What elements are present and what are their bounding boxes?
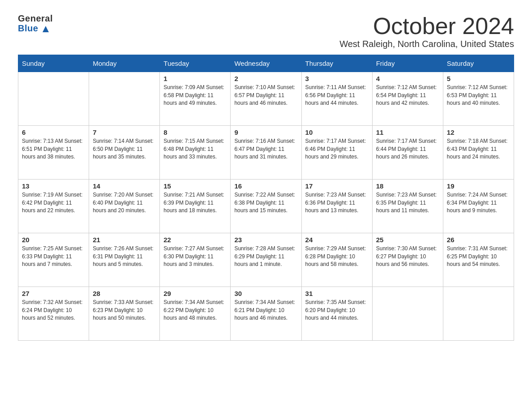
day-info: Sunrise: 7:15 AM Sunset: 6:48 PM Dayligh… [163,137,227,161]
day-number: 17 [305,182,369,190]
day-number: 21 [93,236,156,244]
calendar-week-row: 6Sunrise: 7:13 AM Sunset: 6:51 PM Daylig… [18,126,514,180]
calendar-cell: 15Sunrise: 7:21 AM Sunset: 6:39 PM Dayli… [160,180,231,233]
day-of-week-header: Wednesday [231,55,301,72]
day-of-week-header: Friday [372,55,443,72]
calendar-table: SundayMondayTuesdayWednesdayThursdayFrid… [18,55,514,341]
day-info: Sunrise: 7:28 AM Sunset: 6:29 PM Dayligh… [234,245,297,268]
day-number: 15 [163,182,227,190]
calendar-cell: 14Sunrise: 7:20 AM Sunset: 6:40 PM Dayli… [89,180,160,233]
calendar-cell: 11Sunrise: 7:17 AM Sunset: 6:44 PM Dayli… [372,126,443,180]
day-info: Sunrise: 7:12 AM Sunset: 6:53 PM Dayligh… [447,84,510,107]
day-info: Sunrise: 7:32 AM Sunset: 6:24 PM Dayligh… [22,299,85,322]
day-info: Sunrise: 7:33 AM Sunset: 6:23 PM Dayligh… [93,299,156,322]
day-number: 20 [22,236,85,244]
calendar-cell: 25Sunrise: 7:30 AM Sunset: 6:27 PM Dayli… [372,233,443,287]
day-of-week-header: Sunday [18,55,89,72]
days-of-week-row: SundayMondayTuesdayWednesdayThursdayFrid… [18,55,514,72]
month-title: October 2024 [339,13,514,39]
page-header: General Blue October 2024 West Raleigh, … [18,13,514,49]
day-number: 27 [22,290,85,297]
day-info: Sunrise: 7:31 AM Sunset: 6:25 PM Dayligh… [447,245,510,268]
calendar-cell: 26Sunrise: 7:31 AM Sunset: 6:25 PM Dayli… [443,233,514,287]
calendar-cell: 23Sunrise: 7:28 AM Sunset: 6:29 PM Dayli… [231,233,301,287]
calendar-cell: 10Sunrise: 7:17 AM Sunset: 6:46 PM Dayli… [301,126,372,180]
day-number: 3 [305,75,369,82]
calendar-cell: 17Sunrise: 7:23 AM Sunset: 6:36 PM Dayli… [301,180,372,233]
day-number: 4 [376,75,439,82]
day-info: Sunrise: 7:34 AM Sunset: 6:21 PM Dayligh… [234,299,297,322]
logo-triangle-icon [42,25,50,33]
day-number: 14 [93,182,156,190]
day-info: Sunrise: 7:27 AM Sunset: 6:30 PM Dayligh… [163,245,227,268]
calendar-cell: 12Sunrise: 7:18 AM Sunset: 6:43 PM Dayli… [443,126,514,180]
day-number: 24 [305,236,369,244]
day-of-week-header: Thursday [301,55,372,72]
day-number: 7 [93,128,156,136]
day-info: Sunrise: 7:23 AM Sunset: 6:35 PM Dayligh… [376,191,439,214]
calendar-week-row: 20Sunrise: 7:25 AM Sunset: 6:33 PM Dayli… [18,233,514,287]
calendar-cell: 19Sunrise: 7:24 AM Sunset: 6:34 PM Dayli… [443,180,514,233]
day-number: 2 [234,75,297,82]
day-of-week-header: Monday [89,55,160,72]
calendar-cell: 2Sunrise: 7:10 AM Sunset: 6:57 PM Daylig… [231,72,301,126]
calendar-cell: 1Sunrise: 7:09 AM Sunset: 6:58 PM Daylig… [160,72,231,126]
calendar-cell: 29Sunrise: 7:34 AM Sunset: 6:22 PM Dayli… [160,287,231,341]
day-number: 26 [447,236,510,244]
day-info: Sunrise: 7:26 AM Sunset: 6:31 PM Dayligh… [93,245,156,268]
svg-marker-0 [43,26,49,32]
day-info: Sunrise: 7:19 AM Sunset: 6:42 PM Dayligh… [22,191,85,214]
calendar-cell: 9Sunrise: 7:16 AM Sunset: 6:47 PM Daylig… [231,126,301,180]
day-info: Sunrise: 7:21 AM Sunset: 6:39 PM Dayligh… [163,191,227,214]
day-info: Sunrise: 7:22 AM Sunset: 6:38 PM Dayligh… [234,191,297,214]
calendar-cell: 13Sunrise: 7:19 AM Sunset: 6:42 PM Dayli… [18,180,89,233]
day-number: 11 [376,128,439,136]
day-number: 25 [376,236,439,244]
day-number: 16 [234,182,297,190]
calendar-cell [18,72,89,126]
day-info: Sunrise: 7:17 AM Sunset: 6:46 PM Dayligh… [305,137,369,161]
logo-blue-text: Blue [18,23,38,33]
day-number: 31 [305,290,369,297]
calendar-header: SundayMondayTuesdayWednesdayThursdayFrid… [18,55,514,72]
calendar-cell: 30Sunrise: 7:34 AM Sunset: 6:21 PM Dayli… [231,287,301,341]
day-number: 28 [93,290,156,297]
day-number: 1 [163,75,227,82]
day-info: Sunrise: 7:30 AM Sunset: 6:27 PM Dayligh… [376,245,439,268]
logo: General Blue [18,13,53,33]
day-info: Sunrise: 7:12 AM Sunset: 6:54 PM Dayligh… [376,84,439,107]
location-title: West Raleigh, North Carolina, United Sta… [339,39,514,49]
day-info: Sunrise: 7:11 AM Sunset: 6:56 PM Dayligh… [305,84,369,107]
day-info: Sunrise: 7:13 AM Sunset: 6:51 PM Dayligh… [22,137,85,161]
day-number: 8 [163,128,227,136]
day-info: Sunrise: 7:16 AM Sunset: 6:47 PM Dayligh… [234,137,297,161]
calendar-cell: 7Sunrise: 7:14 AM Sunset: 6:50 PM Daylig… [89,126,160,180]
calendar-cell: 18Sunrise: 7:23 AM Sunset: 6:35 PM Dayli… [372,180,443,233]
calendar-week-row: 27Sunrise: 7:32 AM Sunset: 6:24 PM Dayli… [18,287,514,341]
day-info: Sunrise: 7:35 AM Sunset: 6:20 PM Dayligh… [305,299,369,322]
day-info: Sunrise: 7:29 AM Sunset: 6:28 PM Dayligh… [305,245,369,268]
day-info: Sunrise: 7:14 AM Sunset: 6:50 PM Dayligh… [93,137,156,161]
calendar-cell [443,287,514,341]
day-info: Sunrise: 7:24 AM Sunset: 6:34 PM Dayligh… [447,191,510,214]
day-number: 5 [447,75,510,82]
calendar-week-row: 13Sunrise: 7:19 AM Sunset: 6:42 PM Dayli… [18,180,514,233]
day-number: 30 [234,290,297,297]
day-number: 23 [234,236,297,244]
calendar-cell: 3Sunrise: 7:11 AM Sunset: 6:56 PM Daylig… [301,72,372,126]
calendar-body: 1Sunrise: 7:09 AM Sunset: 6:58 PM Daylig… [18,72,514,341]
day-number: 22 [163,236,227,244]
calendar-cell: 22Sunrise: 7:27 AM Sunset: 6:30 PM Dayli… [160,233,231,287]
day-number: 10 [305,128,369,136]
calendar-cell: 20Sunrise: 7:25 AM Sunset: 6:33 PM Dayli… [18,233,89,287]
calendar-cell: 5Sunrise: 7:12 AM Sunset: 6:53 PM Daylig… [443,72,514,126]
day-number: 9 [234,128,297,136]
calendar-week-row: 1Sunrise: 7:09 AM Sunset: 6:58 PM Daylig… [18,72,514,126]
day-info: Sunrise: 7:17 AM Sunset: 6:44 PM Dayligh… [376,137,439,161]
calendar-cell: 8Sunrise: 7:15 AM Sunset: 6:48 PM Daylig… [160,126,231,180]
day-info: Sunrise: 7:25 AM Sunset: 6:33 PM Dayligh… [22,245,85,268]
day-number: 18 [376,182,439,190]
calendar-cell: 4Sunrise: 7:12 AM Sunset: 6:54 PM Daylig… [372,72,443,126]
calendar-cell: 27Sunrise: 7:32 AM Sunset: 6:24 PM Dayli… [18,287,89,341]
title-section: October 2024 West Raleigh, North Carolin… [339,13,514,49]
